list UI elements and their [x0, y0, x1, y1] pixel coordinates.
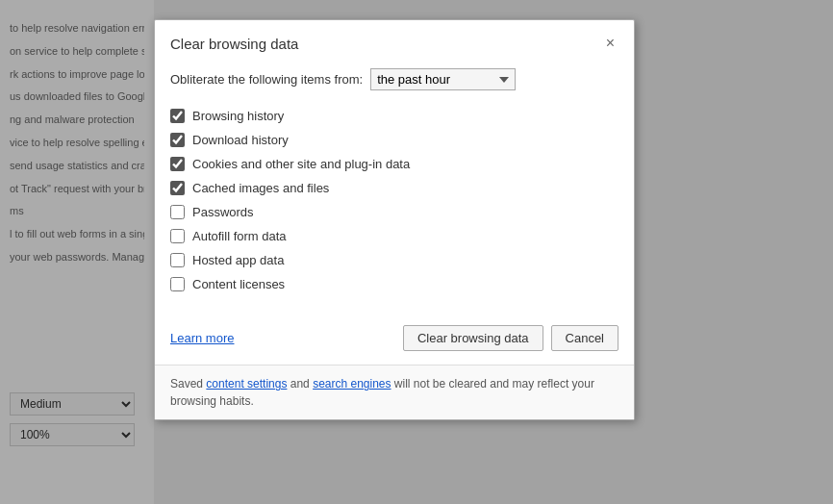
dialog-body: Obliterate the following items from: the…	[155, 63, 634, 312]
checkbox-label-cb1[interactable]: Browsing history	[192, 109, 284, 123]
dialog-footer-actions: Learn more Clear browsing data Cancel	[155, 312, 634, 365]
checkbox-label-cb2[interactable]: Download history	[192, 133, 289, 147]
info-prefix: Saved	[170, 377, 206, 391]
checkbox-item: Download history	[170, 128, 618, 152]
obliterate-row: Obliterate the following items from: the…	[170, 68, 618, 90]
checkbox-list: Browsing historyDownload historyCookies …	[170, 104, 618, 296]
checkbox-cb1[interactable]	[170, 109, 185, 123]
checkbox-label-cb4[interactable]: Cached images and files	[192, 181, 329, 195]
checkbox-item: Browsing history	[170, 104, 618, 128]
dialog-title: Clear browsing data	[170, 36, 298, 52]
checkbox-item: Cookies and other site and plug-in data	[170, 152, 618, 176]
checkbox-item: Passwords	[170, 200, 618, 224]
info-middle: and	[287, 377, 313, 391]
checkbox-cb3[interactable]	[170, 157, 185, 171]
checkbox-label-cb3[interactable]: Cookies and other site and plug-in data	[192, 157, 410, 171]
learn-more-link[interactable]: Learn more	[170, 331, 234, 345]
footer-buttons: Clear browsing data Cancel	[403, 325, 618, 351]
checkbox-item: Content licenses	[170, 272, 618, 296]
search-engines-link[interactable]: search engines	[313, 377, 391, 391]
checkbox-label-cb5[interactable]: Passwords	[192, 205, 254, 219]
cancel-button[interactable]: Cancel	[551, 325, 618, 351]
checkbox-label-cb6[interactable]: Autofill form data	[192, 229, 287, 243]
checkbox-label-cb8[interactable]: Content licenses	[192, 277, 285, 291]
dialog-title-bar: Clear browsing data ×	[155, 20, 634, 63]
clear-browsing-data-button[interactable]: Clear browsing data	[403, 325, 543, 351]
checkbox-cb2[interactable]	[170, 133, 185, 147]
close-button[interactable]: ×	[602, 34, 618, 53]
checkbox-label-cb7[interactable]: Hosted app data	[192, 253, 284, 267]
dialog-info-bar: Saved content settings and search engine…	[155, 365, 634, 419]
checkbox-item: Autofill form data	[170, 224, 618, 248]
checkbox-cb8[interactable]	[170, 277, 185, 291]
checkbox-cb4[interactable]	[170, 181, 185, 195]
time-range-select[interactable]: the past hourthe past daythe past weekth…	[370, 68, 516, 90]
checkbox-cb5[interactable]	[170, 205, 185, 219]
checkbox-cb6[interactable]	[170, 229, 185, 243]
checkbox-item: Hosted app data	[170, 248, 618, 272]
checkbox-cb7[interactable]	[170, 253, 185, 267]
obliterate-label: Obliterate the following items from:	[170, 72, 363, 87]
checkbox-item: Cached images and files	[170, 176, 618, 200]
clear-browsing-data-dialog: Clear browsing data × Obliterate the fol…	[154, 19, 635, 420]
content-settings-link[interactable]: content settings	[206, 377, 287, 391]
